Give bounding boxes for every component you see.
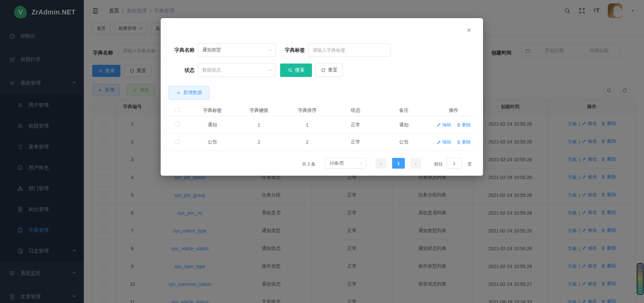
modal-table-row: 公告22正常公告编辑删除	[169, 133, 475, 151]
pencil-icon	[437, 123, 441, 127]
scrollbar-thumb[interactable]	[637, 263, 644, 295]
cell-dict-sort: 1	[279, 122, 336, 128]
cell-remark: 公告	[375, 139, 432, 145]
modal-column-header: 字典排序	[279, 107, 336, 114]
cell-operations: 编辑删除	[432, 139, 475, 145]
modal-column-header: 字典键值	[239, 107, 279, 114]
row-checkbox[interactable]	[175, 139, 179, 144]
modal-dict-name-label: 字典名称	[163, 43, 195, 57]
cell-dict-value: 1	[239, 122, 279, 128]
delete-link[interactable]: 删除	[457, 122, 471, 128]
close-icon[interactable]: ✕	[467, 27, 471, 34]
edit-link[interactable]: 编辑	[437, 122, 451, 128]
chevron-down-icon	[268, 48, 272, 52]
select-all-checkbox[interactable]	[175, 107, 179, 112]
modal-column-header: 状态	[336, 107, 375, 114]
modal-reset-button[interactable]: 重置	[315, 63, 343, 77]
modal-table-row: 通知11正常通知编辑删除	[169, 116, 475, 133]
modal-add-data-button[interactable]: 新增数据	[169, 86, 209, 99]
modal-table-header: 字典标签字典键值字典排序状态备注操作	[169, 105, 475, 116]
search-icon	[288, 68, 293, 73]
cell-dict-value: 2	[239, 139, 279, 145]
modal-dict-label-label: 字典标签	[280, 43, 305, 57]
modal-column-header: 操作	[432, 107, 475, 114]
trash-icon	[457, 123, 461, 127]
cell-dict-label: 通知	[185, 122, 239, 128]
prev-page-button[interactable]: ‹	[375, 158, 386, 169]
cell-dict-label: 公告	[185, 139, 239, 145]
goto-label: 前往	[434, 161, 443, 167]
dict-data-table: 字典标签字典键值字典排序状态备注操作通知11正常通知编辑删除公告22正常公告编辑…	[169, 105, 475, 151]
cell-status: 正常	[336, 122, 375, 128]
modal-dict-label-input[interactable]	[308, 43, 390, 57]
cell-dict-sort: 2	[279, 139, 336, 145]
page-unit-label: 页	[468, 161, 472, 167]
edit-link[interactable]: 编辑	[437, 139, 451, 145]
modal-column-header: 备注	[375, 107, 432, 114]
cell-status: 正常	[336, 139, 375, 145]
next-page-button[interactable]: ›	[410, 158, 421, 169]
current-page[interactable]: 1	[392, 158, 405, 169]
delete-link[interactable]: 删除	[457, 139, 471, 145]
cell-remark: 通知	[375, 122, 432, 128]
modal-status-label: 状态	[163, 63, 195, 77]
chevron-down-icon	[359, 162, 363, 165]
cell-operations: 编辑删除	[432, 122, 475, 128]
modal-status-select[interactable]: 数据状态	[198, 63, 276, 77]
modal-dict-name-select[interactable]: 通知类型	[198, 43, 276, 57]
modal-search-button[interactable]: 搜索	[280, 63, 312, 77]
refresh-icon	[321, 68, 326, 73]
row-checkbox[interactable]	[175, 122, 179, 127]
pencil-icon	[437, 140, 441, 144]
pagination-total: 共 2 条	[302, 161, 315, 167]
chevron-down-icon	[268, 68, 272, 72]
page-size-select[interactable]: 10条/页	[325, 158, 366, 169]
plus-icon	[176, 91, 181, 95]
scrollbar-stripes	[638, 264, 643, 294]
goto-page-input[interactable]	[447, 158, 462, 169]
modal-column-header: 字典标签	[185, 107, 239, 114]
trash-icon	[457, 140, 461, 144]
dict-data-modal: ✕ 字典名称 通知类型 字典标签 状态 数据状态 搜索 重置 新增数据 字典标签…	[161, 18, 483, 176]
